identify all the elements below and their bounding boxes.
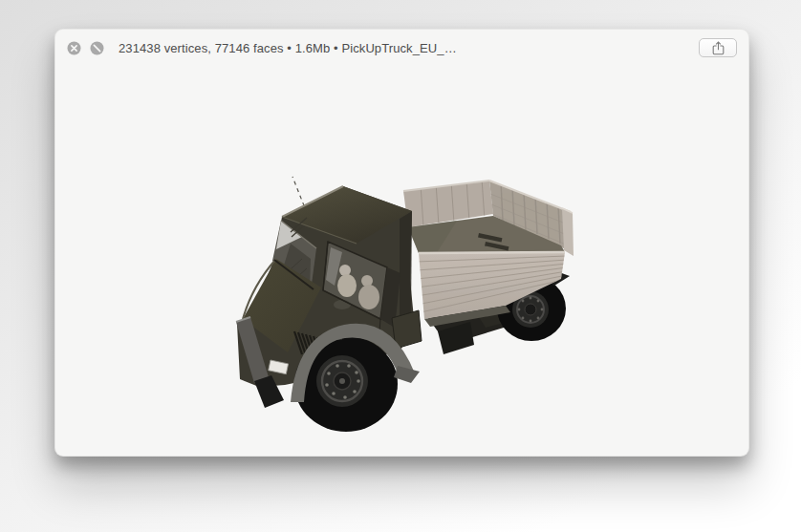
titlebar: 231438 vertices, 77146 faces • 1.6Mb • P… <box>55 30 748 66</box>
block-icon[interactable] <box>90 41 104 55</box>
window-title: 231438 vertices, 77146 faces • 1.6Mb • P… <box>119 41 457 55</box>
model-viewport[interactable] <box>55 66 748 456</box>
share-button[interactable] <box>699 38 737 57</box>
close-icon[interactable] <box>67 41 81 55</box>
viewer-window: 231438 vertices, 77146 faces • 1.6Mb • P… <box>54 29 749 457</box>
desktop-background: 231438 vertices, 77146 faces • 1.6Mb • P… <box>0 0 801 532</box>
truck-model <box>55 66 748 456</box>
share-icon <box>712 41 725 55</box>
